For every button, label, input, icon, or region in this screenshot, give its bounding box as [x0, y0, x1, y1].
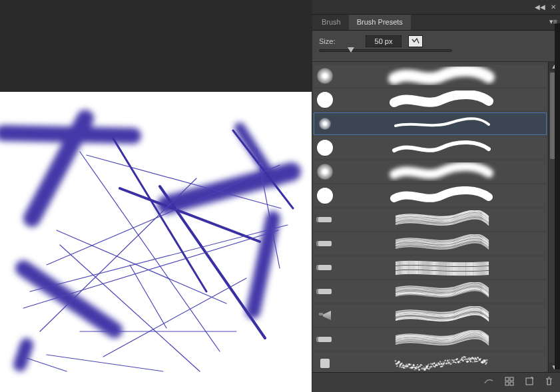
- svg-point-243: [485, 361, 487, 363]
- collapse-icon[interactable]: ◀◀: [535, 4, 545, 11]
- svg-point-229: [480, 358, 481, 359]
- brush-preset-item[interactable]: [314, 232, 547, 255]
- brush-size-slider[interactable]: [312, 49, 560, 61]
- brush-stroke-preview: [338, 354, 545, 372]
- toggle-live-tip-button[interactable]: [408, 35, 423, 47]
- close-icon[interactable]: ✕: [551, 4, 556, 11]
- svg-line-13: [57, 230, 226, 303]
- brush-preset-item[interactable]: [314, 184, 547, 207]
- svg-point-116: [433, 365, 434, 367]
- svg-point-120: [435, 366, 436, 367]
- svg-point-205: [470, 361, 471, 362]
- svg-point-137: [441, 365, 443, 367]
- brush-stroke-preview: [338, 210, 545, 229]
- brush-tip-icon: [316, 258, 334, 277]
- svg-point-34: [398, 361, 400, 363]
- brush-dynamics-icon[interactable]: [483, 377, 494, 388]
- brush-size-row: Size:: [312, 31, 560, 49]
- brush-preset-item[interactable]: [314, 280, 547, 303]
- svg-line-5: [20, 345, 27, 365]
- svg-point-102: [427, 365, 429, 367]
- svg-point-158: [450, 363, 451, 365]
- svg-rect-468: [510, 382, 513, 385]
- svg-point-157: [450, 361, 451, 361]
- brush-preset-item[interactable]: [314, 304, 547, 327]
- brush-tip-icon: [316, 186, 334, 205]
- svg-point-244: [486, 359, 487, 361]
- svg-point-141: [443, 365, 444, 365]
- svg-point-143: [444, 362, 445, 363]
- svg-point-114: [432, 364, 433, 365]
- size-label: Size:: [319, 37, 359, 45]
- delete-icon[interactable]: [545, 377, 553, 388]
- svg-point-51: [406, 363, 407, 365]
- svg-line-4: [253, 218, 273, 311]
- panel-footer: [312, 372, 560, 392]
- svg-point-97: [425, 365, 426, 365]
- svg-point-213: [473, 358, 475, 359]
- svg-point-201: [468, 357, 469, 359]
- preset-manager-icon[interactable]: [505, 377, 514, 388]
- brush-preset-item[interactable]: [314, 256, 547, 279]
- svg-point-78: [417, 364, 418, 365]
- document-canvas[interactable]: [0, 92, 312, 392]
- svg-point-210: [472, 361, 473, 362]
- brush-stroke-preview: [338, 67, 545, 85]
- brush-size-input[interactable]: [366, 35, 402, 47]
- tab-brush-presets[interactable]: Brush Presets: [349, 15, 411, 30]
- svg-point-75: [416, 366, 417, 367]
- brush-stroke-preview: [338, 114, 545, 133]
- svg-rect-465: [505, 377, 509, 381]
- brush-preset-item[interactable]: [314, 65, 547, 87]
- svg-line-12: [23, 230, 278, 308]
- svg-point-240: [484, 359, 486, 361]
- svg-line-3: [23, 268, 115, 330]
- new-preset-icon[interactable]: [525, 377, 534, 388]
- svg-point-154: [449, 359, 450, 361]
- svg-point-145: [445, 360, 446, 361]
- brush-tip-icon: [316, 91, 334, 109]
- brush-tip-icon: [316, 138, 334, 157]
- svg-rect-466: [510, 377, 513, 381]
- brush-tip-icon: [316, 67, 334, 85]
- brush-preset-item[interactable]: [314, 352, 547, 372]
- tab-brush[interactable]: Brush: [314, 15, 349, 30]
- svg-line-11: [47, 165, 280, 265]
- brush-preset-item[interactable]: [314, 136, 547, 159]
- svg-point-84: [420, 365, 421, 367]
- svg-point-69: [413, 364, 415, 366]
- slider-thumb[interactable]: [348, 47, 354, 53]
- brush-preset-item[interactable]: [314, 208, 547, 231]
- brush-stroke-preview: [338, 162, 545, 181]
- brush-preset-list: ▲ ▼: [312, 61, 560, 372]
- svg-point-192: [464, 356, 466, 358]
- brush-tip-icon: [316, 330, 334, 349]
- brush-tip-icon: [316, 306, 334, 325]
- brush-preset-item[interactable]: [314, 328, 547, 351]
- svg-point-181: [460, 362, 461, 363]
- svg-point-93: [423, 366, 425, 367]
- svg-point-25: [395, 360, 397, 362]
- svg-point-160: [451, 363, 452, 363]
- svg-point-214: [473, 359, 475, 361]
- svg-point-221: [477, 361, 478, 362]
- brush-tip-icon: [316, 282, 334, 301]
- svg-point-150: [447, 360, 448, 361]
- svg-point-228: [480, 360, 481, 361]
- app-background-top: [0, 0, 312, 92]
- svg-point-67: [412, 366, 414, 367]
- svg-point-222: [477, 357, 478, 358]
- brush-presets-panel: ◀◀ ✕ Brush Brush Presets ▾≡ Size: ▲ ▼: [312, 0, 560, 392]
- brush-preset-item[interactable]: [314, 112, 547, 135]
- svg-point-198: [467, 361, 469, 363]
- brush-preset-item[interactable]: [314, 89, 547, 111]
- svg-point-123: [436, 363, 437, 363]
- svg-point-219: [476, 359, 477, 360]
- brush-preset-item[interactable]: [314, 160, 547, 183]
- svg-point-132: [439, 361, 441, 362]
- brush-stroke-preview: [338, 138, 545, 157]
- svg-point-223: [478, 358, 479, 359]
- svg-point-174: [457, 358, 458, 359]
- brush-tip-icon: [316, 234, 334, 253]
- svg-point-112: [431, 367, 432, 367]
